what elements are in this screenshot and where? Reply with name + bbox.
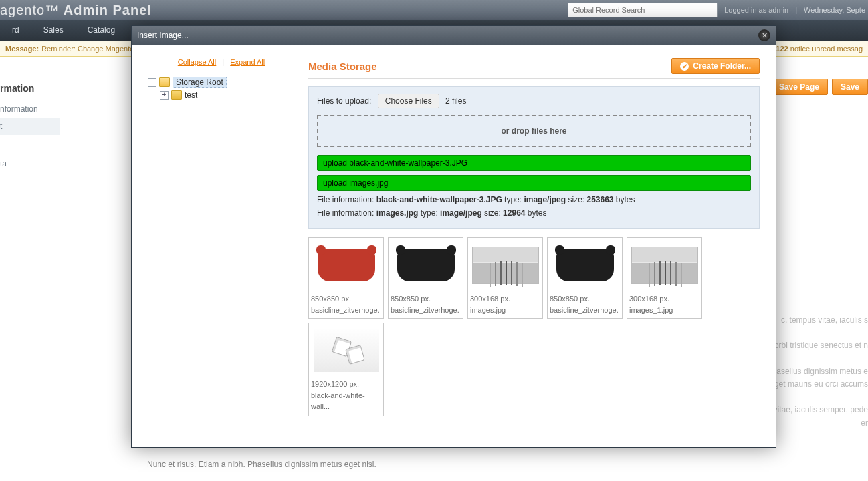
choose-files-button[interactable]: Choose Files xyxy=(378,94,439,108)
thumbnail-image xyxy=(391,241,461,289)
file-info-size: 253663 xyxy=(586,195,613,204)
file-info-bytes: bytes xyxy=(614,195,635,204)
collapse-all-link[interactable]: Collapse All xyxy=(178,58,216,66)
thumbnail-dim: 1920x1200 px. xyxy=(311,379,381,390)
thumbnail-dim: 300x168 px. xyxy=(470,293,540,305)
file-info-prefix: File information: xyxy=(317,195,376,204)
bg-side-panel: rmation nformation t ta xyxy=(0,80,60,180)
modal-body: Collapse All | Expand All − Storage Root… xyxy=(132,45,776,447)
plus-icon[interactable]: + xyxy=(160,91,169,100)
thumbnail-dim: 300x168 px. xyxy=(629,293,699,305)
side-heading: rmation xyxy=(0,83,60,94)
date-label: Wednesday, Septe xyxy=(804,6,865,14)
message-right: 122 notice unread messag xyxy=(776,45,863,53)
tree-node-label: Storage Root xyxy=(173,77,227,88)
brand-part1: agento xyxy=(0,3,45,17)
thumbnail-dim: 850x850 px. xyxy=(311,293,381,305)
thumbnail-dim: 850x850 px. xyxy=(550,293,620,305)
file-info-bytes: bytes xyxy=(525,208,546,218)
tree-node-label: test xyxy=(185,90,197,100)
thumbnail-item[interactable]: 850x850 px.basicline_zitverhoge. xyxy=(308,237,384,319)
side-item[interactable]: nformation xyxy=(0,100,60,118)
file-info-name: black-and-white-wallpaper-3.JPG xyxy=(376,195,502,204)
check-circle-icon: ✔ xyxy=(680,62,689,71)
create-folder-button[interactable]: ✔ Create Folder... xyxy=(671,58,760,74)
file-info-name: images.jpg xyxy=(376,208,419,218)
top-divider: | xyxy=(795,6,797,14)
folder-tree-column: Collapse All | Expand All − Storage Root… xyxy=(148,58,295,416)
drop-zone-label: or drop files here xyxy=(501,126,566,136)
file-count-label: 2 files xyxy=(445,96,466,106)
side-item[interactable]: t xyxy=(0,118,60,135)
file-info-size-label: size: xyxy=(482,208,503,218)
expand-all-link[interactable]: Expand All xyxy=(230,58,265,66)
upload-progress-row: upload black-and-white-wallpaper-3.JPG xyxy=(317,155,751,171)
thumbnail-grid: 850x850 px.basicline_zitverhoge.850x850 … xyxy=(308,237,760,416)
minus-icon[interactable]: − xyxy=(148,78,156,87)
file-info-row: File information: black-and-white-wallpa… xyxy=(317,195,751,204)
media-main-column: Media Storage ✔ Create Folder... Files t… xyxy=(308,58,760,416)
insert-image-modal: Insert Image... ✕ Collapse All | Expand … xyxy=(131,25,776,448)
thumbnail-image xyxy=(629,241,699,289)
thumbnail-filename: basicline_zitverhoge. xyxy=(550,305,620,316)
create-folder-label: Create Folder... xyxy=(693,61,751,71)
thumbnail-filename: images_1.jpg xyxy=(629,305,699,316)
admin-top-bar: agento™ Admin Panel Logged in as admin |… xyxy=(0,0,868,20)
thumbnail-filename: basicline_zitverhoge. xyxy=(311,305,381,316)
thumbnail-item[interactable]: 300x168 px.images.jpg xyxy=(467,237,543,319)
thumbnail-image xyxy=(470,241,540,289)
thumbnail-filename: images.jpg xyxy=(470,305,540,316)
save-page-button[interactable]: Save Page xyxy=(770,79,828,95)
divider xyxy=(308,78,760,79)
file-info-size: 12964 xyxy=(503,208,525,218)
thumbnail-filename: basicline_zitverhoge. xyxy=(391,305,461,316)
upload-progress-row: upload images.jpg xyxy=(317,175,751,191)
file-info-prefix: File information: xyxy=(317,208,376,218)
nav-catalog[interactable]: Catalog xyxy=(76,20,127,41)
side-item[interactable]: ta xyxy=(0,155,60,172)
thumbnail-item[interactable]: 850x850 px.basicline_zitverhoge. xyxy=(388,237,463,319)
thumbnail-item[interactable]: 850x850 px.basicline_zitverhoge. xyxy=(547,237,623,319)
thumbnail-item[interactable]: 1920x1200 px.black-and-white-wall... xyxy=(308,323,384,416)
drop-zone[interactable]: or drop files here xyxy=(317,115,751,147)
unread-count: 122 xyxy=(776,45,788,53)
folder-closed-icon xyxy=(171,90,182,100)
nav-dashboard[interactable]: rd xyxy=(0,20,31,41)
message-label: Message: xyxy=(5,45,39,53)
file-info-type: image/jpeg xyxy=(440,208,482,218)
logged-in-label: Logged in as admin xyxy=(724,6,788,14)
file-info-type: image/jpeg xyxy=(524,195,566,204)
close-icon[interactable]: ✕ xyxy=(758,29,770,41)
media-storage-heading: Media Storage xyxy=(308,61,377,72)
nav-sales[interactable]: Sales xyxy=(31,20,76,41)
brand-part2: Admin Panel xyxy=(64,3,152,17)
unread-suffix: notice unread messag xyxy=(790,45,863,53)
thumbnail-filename: black-and-white-wall... xyxy=(311,390,381,412)
modal-titlebar[interactable]: Insert Image... ✕ xyxy=(132,26,776,45)
tree-action-sep: | xyxy=(222,58,224,66)
thumbnail-image xyxy=(311,241,381,289)
thumbnail-image xyxy=(311,327,381,375)
thumbnail-dim: 850x850 px. xyxy=(391,293,461,305)
tree-root-node[interactable]: − Storage Root xyxy=(148,75,295,89)
save-button[interactable]: Save xyxy=(832,79,868,95)
folder-open-icon xyxy=(159,77,170,87)
message-text: Reminder: Change Magento xyxy=(41,45,134,53)
thumbnail-image xyxy=(550,241,620,289)
file-info-size-label: size: xyxy=(566,195,586,204)
file-info-row: File information: images.jpg type: image… xyxy=(317,208,751,218)
file-info-type-label: type: xyxy=(502,195,524,204)
bg-text-line: Nunc et risus. Etiam a nibh. Phasellus d… xyxy=(147,458,868,471)
modal-title: Insert Image... xyxy=(137,31,758,40)
files-to-upload-label: Files to upload: xyxy=(317,96,371,106)
global-search-input[interactable] xyxy=(568,3,718,17)
file-info-type-label: type: xyxy=(418,208,440,218)
brand-logo: agento™ Admin Panel xyxy=(0,0,152,18)
tree-child-node[interactable]: + test xyxy=(160,89,295,101)
thumbnail-item[interactable]: 300x168 px.images_1.jpg xyxy=(627,237,702,319)
bg-page-actions: Save Page Save xyxy=(770,79,868,95)
upload-panel: Files to upload: Choose Files 2 files or… xyxy=(308,86,760,229)
